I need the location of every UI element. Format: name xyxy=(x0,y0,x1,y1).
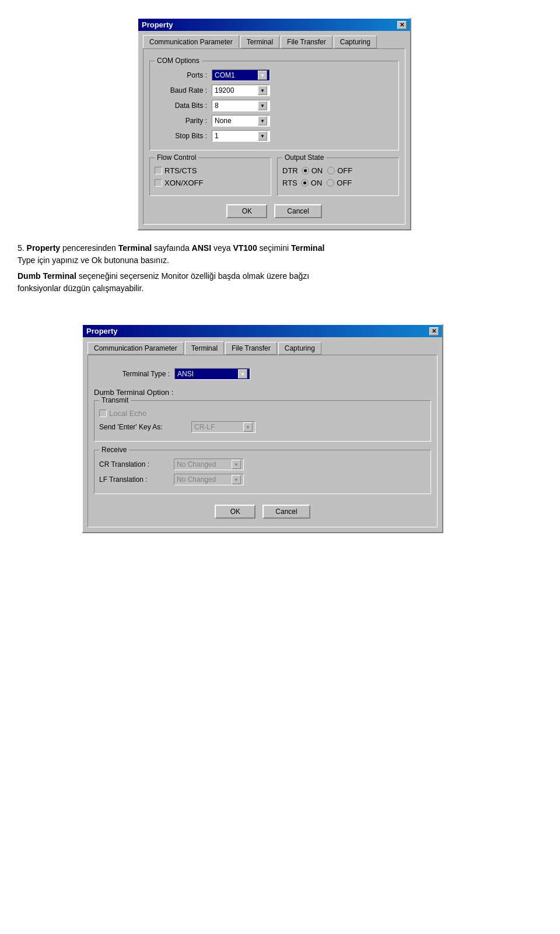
tab2-terminal[interactable]: Terminal xyxy=(185,341,224,355)
rts-label: RTS xyxy=(282,179,298,187)
dialog-1-title: Property xyxy=(142,20,173,29)
dtr-on-radio[interactable] xyxy=(302,167,309,174)
text-5: seçeneğini seçerseniz Monitor özelliği b… xyxy=(76,271,309,281)
parity-select[interactable]: None ▼ xyxy=(212,115,270,127)
flow-control-legend: Flow Control xyxy=(155,153,198,162)
xon-xoff-row: XON/XOFF xyxy=(155,179,266,187)
output-state-group: Output State DTR ON OFF RTS xyxy=(277,158,399,196)
rts-cts-label: RTS/CTS xyxy=(164,166,197,175)
local-echo-label: Local Echo xyxy=(109,409,146,418)
tab-capturing[interactable]: Capturing xyxy=(334,36,377,48)
rts-cts-row: RTS/CTS xyxy=(155,166,266,175)
baud-rate-select[interactable]: 19200 ▼ xyxy=(212,85,270,96)
lf-translation-select[interactable]: No Changed ▼ xyxy=(174,474,244,485)
rts-cts-checkbox[interactable] xyxy=(155,167,162,174)
send-enter-label: Send 'Enter' Key As: xyxy=(99,423,187,431)
xon-xoff-label: XON/XOFF xyxy=(164,179,203,187)
terminal-type-row: Terminal Type : ANSI ▼ xyxy=(94,368,431,380)
baud-rate-dropdown-arrow[interactable]: ▼ xyxy=(258,86,267,95)
vt100-bold: VT100 xyxy=(233,243,257,253)
dumb-terminal-bold: Dumb Terminal xyxy=(18,271,76,281)
step-number: 5. xyxy=(18,243,27,253)
tab2-capturing[interactable]: Capturing xyxy=(278,342,321,355)
send-enter-dropdown-arrow[interactable]: ▼ xyxy=(243,422,253,432)
lf-translation-row: LF Translation : No Changed ▼ xyxy=(99,474,426,485)
ports-dropdown-arrow[interactable]: ▼ xyxy=(258,71,267,80)
dialog-1-close-button[interactable]: ✕ xyxy=(397,21,407,29)
text-3: veya xyxy=(211,243,233,253)
text-1: penceresinden xyxy=(60,243,118,253)
data-bits-dropdown-arrow[interactable]: ▼ xyxy=(258,101,267,110)
dialog-1: Property ✕ Communication Parameter Termi… xyxy=(137,18,411,230)
tab-file-transfer[interactable]: File Transfer xyxy=(281,36,332,48)
dialog-1-cancel-button[interactable]: Cancel xyxy=(274,204,321,218)
flow-control-group: Flow Control RTS/CTS XON/XOFF xyxy=(149,158,271,196)
middle-text-block: 5. Property penceresinden Terminal sayfa… xyxy=(18,242,542,295)
lf-translation-dropdown-arrow[interactable]: ▼ xyxy=(232,475,241,484)
rts-off-label: OFF xyxy=(337,179,352,187)
flow-output-row: Flow Control RTS/CTS XON/XOFF xyxy=(149,158,399,196)
dtr-row: DTR ON OFF xyxy=(282,166,394,175)
transmit-legend: Transmit xyxy=(99,396,131,404)
property-bold: Property xyxy=(27,243,61,253)
receive-group: Receive CR Translation : No Changed ▼ LF… xyxy=(94,450,431,494)
dialog-1-titlebar: Property ✕ xyxy=(138,19,410,31)
dumb-option-label: Dumb Terminal Option : xyxy=(94,388,173,397)
dialog-2-tabs: Communication Parameter Terminal File Tr… xyxy=(88,342,438,355)
text-4: seçimini xyxy=(257,243,291,253)
rts-row: RTS ON OFF xyxy=(282,179,394,187)
terminal-bold: Terminal xyxy=(118,243,152,253)
dialog-2-cancel-button[interactable]: Cancel xyxy=(262,505,310,519)
dialog-2-ok-button[interactable]: OK xyxy=(215,505,256,519)
rts-off-radio[interactable] xyxy=(327,179,334,187)
receive-legend: Receive xyxy=(99,446,129,454)
ports-row: Ports : COM1 ▼ xyxy=(155,69,394,81)
dialog-2-close-button[interactable]: ✕ xyxy=(429,327,439,335)
stop-bits-row: Stop Bits : 1 ▼ xyxy=(155,130,394,142)
dialog-2-titlebar: Property ✕ xyxy=(83,325,442,337)
terminal-type-label: Terminal Type : xyxy=(94,370,170,378)
baud-rate-label: Baud Rate : xyxy=(155,86,207,95)
send-enter-select[interactable]: CR-LF ▼ xyxy=(191,421,256,433)
terminal-type-dropdown-arrow[interactable]: ▼ xyxy=(238,369,247,379)
parity-dropdown-arrow[interactable]: ▼ xyxy=(258,116,267,125)
dtr-label: DTR xyxy=(282,166,298,175)
local-echo-checkbox[interactable] xyxy=(99,410,107,417)
text-6: fonksiyonlar düzgün çalışmayabilir. xyxy=(18,284,144,293)
rts-on-radio[interactable] xyxy=(301,179,309,187)
stop-bits-select[interactable]: 1 ▼ xyxy=(212,130,270,142)
tab2-file-transfer[interactable]: File Transfer xyxy=(225,342,277,355)
data-bits-label: Data Bits : xyxy=(155,102,207,110)
dialog-1-ok-button[interactable]: OK xyxy=(226,204,267,218)
stop-bits-label: Stop Bits : xyxy=(155,132,207,140)
dialog-2-content: Communication Parameter Terminal File Tr… xyxy=(83,337,442,532)
stop-bits-dropdown-arrow[interactable]: ▼ xyxy=(258,131,267,141)
dialog-1-content: Communication Parameter Terminal File Tr… xyxy=(138,31,410,229)
baud-rate-row: Baud Rate : 19200 ▼ xyxy=(155,85,394,96)
cr-translation-label: CR Translation : xyxy=(99,460,169,468)
tab-communication-parameter[interactable]: Communication Parameter xyxy=(143,35,239,48)
local-echo-row: Local Echo xyxy=(99,409,426,418)
cr-translation-select[interactable]: No Changed ▼ xyxy=(174,459,244,470)
xon-xoff-checkbox[interactable] xyxy=(155,179,162,187)
data-bits-row: Data Bits : 8 ▼ xyxy=(155,100,394,111)
tab-terminal[interactable]: Terminal xyxy=(240,36,279,48)
dtr-off-radio[interactable] xyxy=(327,167,335,174)
type-text: Type için yapınız ve Ok butonuna basınız… xyxy=(18,256,169,265)
send-enter-row: Send 'Enter' Key As: CR-LF ▼ xyxy=(99,421,426,433)
com-options-group: COM Options Ports : COM1 ▼ Baud Rate : 1… xyxy=(149,61,399,151)
cr-translation-dropdown-arrow[interactable]: ▼ xyxy=(232,460,241,469)
dialog-2: Property ✕ Communication Parameter Termi… xyxy=(82,324,443,533)
data-bits-select[interactable]: 8 ▼ xyxy=(212,100,270,111)
terminal2-bold: Terminal xyxy=(291,243,324,253)
output-state-legend: Output State xyxy=(282,153,326,162)
dialog-2-title: Property xyxy=(86,327,117,335)
transmit-group: Transmit Local Echo Send 'Enter' Key As:… xyxy=(94,400,431,442)
dialog-1-tab-content: COM Options Ports : COM1 ▼ Baud Rate : 1… xyxy=(143,48,405,225)
terminal-type-select[interactable]: ANSI ▼ xyxy=(174,368,250,380)
dtr-on-label: ON xyxy=(312,166,323,175)
dialog-2-tab-content: Terminal Type : ANSI ▼ Dumb Terminal Opt… xyxy=(88,355,438,527)
ports-select[interactable]: COM1 ▼ xyxy=(212,69,270,81)
ansi-bold: ANSI xyxy=(192,243,211,253)
tab2-communication-parameter[interactable]: Communication Parameter xyxy=(88,342,184,355)
